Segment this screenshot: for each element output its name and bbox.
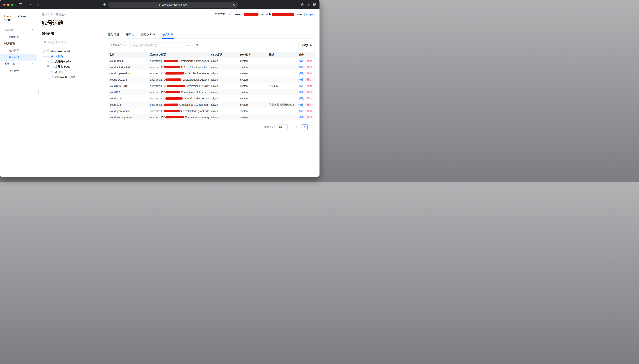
delete-link[interactable]: 删除 xyxy=(307,110,312,112)
cell-sso-type: aliyun xyxy=(209,58,239,64)
tab-system-role[interactable]: 系统Role xyxy=(162,30,174,38)
tree-item[interactable]: −MasterAccount xyxy=(42,48,95,54)
sidebar-section-system-tools[interactable]: 系统工具 xyxy=(0,60,37,67)
edit-link[interactable]: 修改 xyxy=(299,110,304,112)
browser-toolbar: sso.landingzone.show xyxy=(0,0,319,9)
sidebar-collapse-handle[interactable]: ‹ xyxy=(36,90,39,95)
char-counter: 0/64 xyxy=(185,44,189,47)
expand-toggle-icon[interactable]: + xyxy=(47,60,49,63)
column-header: 系统SSO配置 xyxy=(148,52,209,58)
edit-link[interactable]: 修改 xyxy=(299,72,304,75)
delete-link[interactable]: 删除 xyxy=(307,91,312,94)
reload-icon[interactable] xyxy=(233,4,236,6)
sidebar-section-access-control[interactable]: 访问控制 xyxy=(0,26,37,33)
tree-item[interactable]: +文件夹-beta xyxy=(47,64,95,69)
edit-link[interactable]: 修改 xyxy=(299,84,304,87)
edit-link[interactable]: 修改 xyxy=(299,116,304,118)
new-tab-icon[interactable] xyxy=(307,4,310,6)
table-row: cloud-123acs:ram::1779:role/cloud-123,ac… xyxy=(108,102,315,108)
breadcrumb-item[interactable]: 账户管理 xyxy=(42,13,52,16)
cell-role-type: system xyxy=(239,95,267,102)
account-search-input[interactable] xyxy=(48,41,93,44)
tab-custom-role[interactable]: 自定义Role xyxy=(141,30,155,38)
redaction-mark xyxy=(165,78,181,81)
cell-description xyxy=(267,89,297,95)
back-button[interactable] xyxy=(28,2,33,7)
page-number[interactable]: 1 xyxy=(302,124,308,130)
edit-link[interactable]: 修改 xyxy=(299,66,304,68)
language-select[interactable]: 简体中文 xyxy=(213,12,232,17)
cell-sso-config: acs:ram::17479:role/cloud-sdfsdfsdfsdf,a… xyxy=(148,64,209,70)
close-window-button[interactable] xyxy=(3,4,6,6)
expand-toggle-icon[interactable]: + xyxy=(47,76,49,78)
redaction-mark xyxy=(165,116,184,118)
cloud-icon xyxy=(51,55,54,58)
tab-account-info[interactable]: 账号信息 xyxy=(108,30,119,38)
cell-sso-config: acs:ram::17479:role/cloud-grant-admin,ac… xyxy=(148,108,209,114)
user-identity: GID: C mail: rich. c.com | xyxy=(235,13,306,16)
delete-link[interactable]: 删除 xyxy=(307,84,312,87)
cell-name: cloud-super-admin xyxy=(108,70,148,76)
edit-link[interactable]: 修改 xyxy=(299,78,304,81)
config-suffix: 79:role/cloud-admin,acs:ram::... xyxy=(178,60,209,62)
next-page-icon[interactable] xyxy=(311,124,315,130)
url-text: sso.landingzone.show xyxy=(162,3,187,6)
expand-toggle-icon[interactable]: + xyxy=(47,66,49,68)
delete-link[interactable]: 删除 xyxy=(307,72,312,75)
delete-link[interactable]: 删除 xyxy=(307,103,312,106)
edit-link[interactable]: 修改 xyxy=(299,91,304,94)
forward-button[interactable] xyxy=(35,2,41,7)
logout-link[interactable]: Logout xyxy=(306,13,315,16)
sidebar-item-user-mgmt[interactable]: 用户管理 xyxy=(0,47,37,54)
privacy-shield-icon[interactable] xyxy=(103,3,106,6)
breadcrumb-separator: / xyxy=(54,13,55,16)
delete-link[interactable]: 删除 xyxy=(307,78,312,81)
tree-item[interactable]: +mihoyo-客户测试 xyxy=(47,74,95,80)
cell-name: cloud-grant-admin xyxy=(108,108,148,114)
lock-icon xyxy=(159,4,160,6)
cell-description xyxy=(267,70,297,76)
search-button[interactable] xyxy=(193,42,200,48)
sidebar-item-login-list[interactable]: 登录列表 xyxy=(0,33,37,40)
share-icon[interactable] xyxy=(301,3,304,6)
cell-name: cloud-1234 xyxy=(108,95,148,102)
minimize-window-button[interactable] xyxy=(7,4,10,6)
edit-link[interactable]: 修改 xyxy=(299,97,304,100)
tree-item[interactable]: yf_005 xyxy=(51,69,95,74)
delete-link[interactable]: 删除 xyxy=(307,116,312,118)
type-select[interactable]: 请选择类型 xyxy=(108,42,127,48)
tab-user-group[interactable]: 用户组 xyxy=(126,30,135,38)
edit-link[interactable]: 修改 xyxy=(299,103,304,106)
sidebar-toggle-icon[interactable] xyxy=(18,2,23,7)
sidebar-section-account-mgmt[interactable]: 账户管理 xyxy=(0,40,37,47)
cell-actions: 修改|删除 xyxy=(297,76,315,83)
delete-link[interactable]: 删除 xyxy=(307,66,312,68)
tree-item[interactable]: +文件夹-alpha xyxy=(47,59,95,64)
address-bar[interactable]: sso.landingzone.show xyxy=(108,2,238,8)
prev-page-icon[interactable] xyxy=(294,124,299,130)
breadcrumb-item[interactable]: 账号运维 xyxy=(56,13,66,16)
delete-link[interactable]: 删除 xyxy=(307,59,312,62)
delete-link[interactable]: 删除 xyxy=(307,97,312,100)
sidebar-item-account-ops[interactable]: 账号运维 xyxy=(0,54,37,60)
redaction-mark xyxy=(272,13,294,16)
name-filter-input[interactable] xyxy=(130,44,191,47)
config-suffix: 79:role/cloud123412341,acs:r... xyxy=(185,84,209,88)
breadcrumb: 账户管理/账号运维 xyxy=(42,13,66,16)
system-role-button[interactable]: 系统Role xyxy=(299,42,315,48)
cell-description: 不是超级管理员修改的 xyxy=(267,102,297,108)
cell-name: cloud-admin xyxy=(108,58,148,64)
content-divider xyxy=(42,132,315,132)
sidebar-menu-caret-icon[interactable] xyxy=(24,3,26,6)
tab-overview-icon[interactable] xyxy=(313,4,316,6)
cell-sso-type: aliyun xyxy=(209,64,239,70)
page-size-select[interactable]: 20 xyxy=(277,124,288,130)
zoom-window-button[interactable] xyxy=(11,4,14,6)
edit-link[interactable]: 修改 xyxy=(299,59,304,62)
config-prefix: acs:ram::170 xyxy=(150,72,165,75)
collapse-toggle-icon[interactable]: − xyxy=(42,50,45,52)
sidebar-item-audit[interactable]: 操作审计 xyxy=(0,67,37,74)
table-header-row: 名称系统SSO配置SSO类型Role类型描述操作 xyxy=(108,52,315,58)
cell-name: cloud-security-admin xyxy=(108,114,148,120)
tree-item[interactable]: 云账号 xyxy=(51,54,95,59)
